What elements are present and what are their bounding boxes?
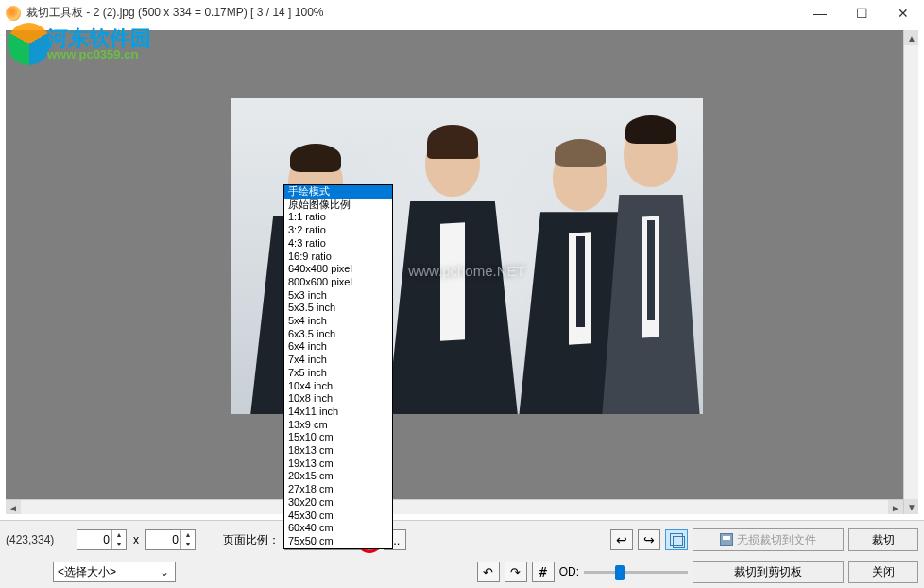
slider-thumb[interactable] xyxy=(615,565,625,580)
select-size-combo[interactable]: <选择大小> xyxy=(53,562,176,582)
ratio-option[interactable]: 18x13 cm xyxy=(284,444,392,458)
rotate-right-icon: ↷ xyxy=(510,565,521,579)
redo-icon: ↪ xyxy=(643,532,655,547)
ratio-option[interactable]: 16:9 ratio xyxy=(284,251,392,264)
close-window-button[interactable]: ✕ xyxy=(882,0,924,26)
coord-display: (423,334) xyxy=(6,533,72,546)
ratio-option[interactable]: 75x50 cm xyxy=(284,535,392,548)
ratio-option[interactable]: 30x20 cm xyxy=(284,496,392,510)
close-button[interactable]: 关闭 xyxy=(848,561,918,583)
height-stepper[interactable]: ▲▼ xyxy=(145,529,196,550)
ratio-option[interactable]: 60x40 cm xyxy=(284,522,392,535)
minimize-button[interactable]: — xyxy=(799,0,841,26)
ratio-dropdown-list[interactable]: 手绘模式原始图像比例1:1 ratio3:2 ratio4:3 ratio16:… xyxy=(283,184,393,549)
undo-button[interactable]: ↩ xyxy=(610,529,633,550)
height-input[interactable] xyxy=(146,533,180,546)
width-stepper[interactable]: ▲▼ xyxy=(77,529,127,550)
titlebar: 裁切工具板 - 2 (2).jpg (500 x 334 = 0.17MP) [… xyxy=(0,0,924,26)
crop-bounds-button[interactable] xyxy=(665,529,688,550)
ratio-label: 页面比例： xyxy=(223,532,280,548)
ratio-option[interactable]: 原始图像比例 xyxy=(284,199,392,212)
ratio-option[interactable]: 5x4 inch xyxy=(284,315,392,328)
ratio-option[interactable]: 5x3 inch xyxy=(284,289,392,303)
rotate-left-icon: ↶ xyxy=(483,565,493,579)
grid-button[interactable]: # xyxy=(532,562,555,582)
save-to-file-button[interactable]: 无损裁切到文件 xyxy=(693,528,844,551)
ratio-option[interactable]: 7x4 inch xyxy=(284,354,392,367)
ratio-option[interactable]: 10x4 inch xyxy=(284,380,392,393)
width-down-icon[interactable]: ▼ xyxy=(112,540,126,549)
ratio-option[interactable]: 5x3.5 inch xyxy=(284,302,392,315)
ratio-option[interactable]: 27x18 cm xyxy=(284,483,392,496)
ratio-option[interactable]: 19x13 cm xyxy=(284,458,392,471)
scroll-right-icon[interactable]: ► xyxy=(888,500,903,514)
od-label: OD: xyxy=(559,565,579,579)
ratio-option[interactable]: 14x11 inch xyxy=(284,406,392,419)
save-label: 无损裁切到文件 xyxy=(737,532,816,548)
scrollbar-horizontal[interactable]: ◄ ► xyxy=(6,499,903,514)
width-up-icon[interactable]: ▲ xyxy=(112,530,126,540)
ratio-option[interactable]: 3:2 ratio xyxy=(284,224,392,237)
window-title: 裁切工具板 - 2 (2).jpg (500 x 334 = 0.17MP) [… xyxy=(26,5,323,21)
width-input[interactable] xyxy=(77,533,111,546)
ratio-option[interactable]: 13x9 cm xyxy=(284,419,392,432)
ratio-option[interactable]: 6x4 inch xyxy=(284,340,392,354)
ratio-option[interactable]: 4:3 ratio xyxy=(284,237,392,251)
ratio-option[interactable]: 手绘模式 xyxy=(284,185,392,199)
ratio-option[interactable]: 800x600 pixel xyxy=(284,276,392,289)
ratio-option[interactable]: 15x10 cm xyxy=(284,431,392,444)
scroll-down-icon[interactable]: ▼ xyxy=(904,499,918,514)
bottom-toolbar: (423,334) ▲▼ x ▲▼ 页面比例： ⌄ ... ↩ ↪ 无损裁切到文… xyxy=(0,520,924,588)
redo-button[interactable]: ↪ xyxy=(638,529,660,550)
x-separator: x xyxy=(133,533,139,546)
image-url-overlay: www.pchome.NET xyxy=(408,263,524,279)
ratio-option[interactable]: 1:1 ratio xyxy=(284,211,392,224)
undo-icon: ↩ xyxy=(616,532,627,547)
ratio-option[interactable]: 20x15 cm xyxy=(284,470,392,483)
ratio-option[interactable]: 7x5 inch xyxy=(284,367,392,380)
grid-icon: # xyxy=(539,564,546,579)
crop-button[interactable]: 裁切 xyxy=(848,528,918,551)
select-size-value: <选择大小> xyxy=(58,564,116,580)
scroll-left-icon[interactable]: ◄ xyxy=(6,500,21,514)
crop-bounds-icon xyxy=(670,533,683,546)
ratio-option[interactable]: 10x8 inch xyxy=(284,392,392,406)
ratio-option[interactable]: 45x30 cm xyxy=(284,510,392,523)
height-down-icon[interactable]: ▼ xyxy=(181,540,195,549)
rotate-left-button[interactable]: ↶ xyxy=(477,562,500,582)
crop-to-clipboard-button[interactable]: 裁切到剪切板 xyxy=(693,561,844,583)
canvas-area[interactable]: www.pchome.NET ▲ ▼ ◄ ► xyxy=(6,30,918,514)
app-icon xyxy=(6,6,21,21)
scroll-up-icon[interactable]: ▲ xyxy=(904,30,918,45)
scrollbar-vertical[interactable]: ▲ ▼ xyxy=(903,30,918,514)
ratio-option[interactable]: 640x480 pixel xyxy=(284,263,392,276)
rotate-right-button[interactable]: ↷ xyxy=(505,562,527,582)
save-icon xyxy=(720,533,733,546)
ratio-option[interactable]: 6x3.5 inch xyxy=(284,328,392,341)
maximize-button[interactable]: ☐ xyxy=(841,0,882,26)
od-slider[interactable] xyxy=(584,571,688,574)
height-up-icon[interactable]: ▲ xyxy=(181,530,195,540)
